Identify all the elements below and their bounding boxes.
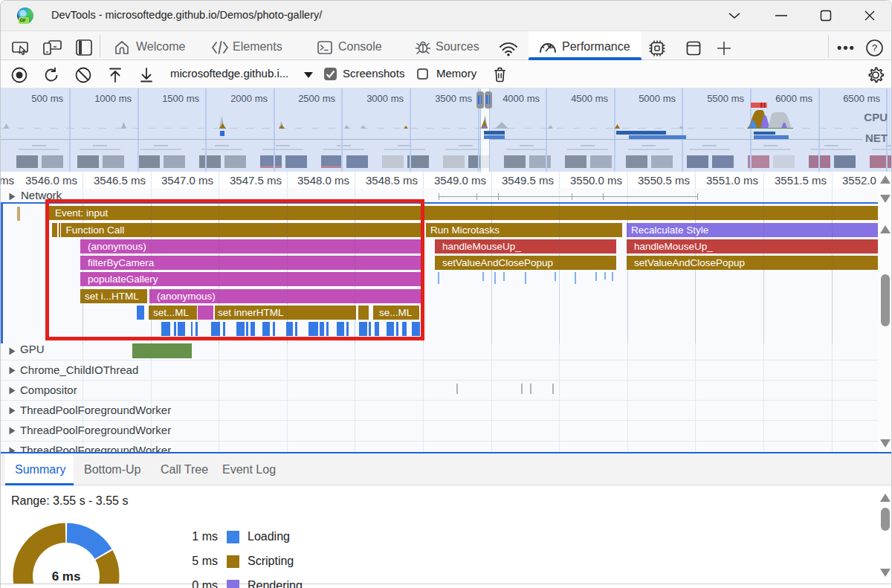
svg-text:?: ? bbox=[872, 42, 877, 54]
